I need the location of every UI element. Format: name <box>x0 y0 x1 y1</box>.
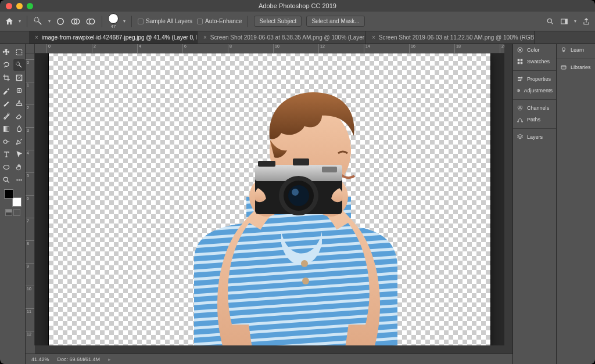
path-selection-tool-icon[interactable] <box>13 149 25 160</box>
edit-toolbar-icon[interactable] <box>13 174 25 186</box>
hand-tool-icon[interactable] <box>13 161 25 173</box>
eyedropper-tool-icon[interactable] <box>1 85 12 96</box>
zoom-level[interactable]: 41.42% <box>31 356 49 362</box>
document-tab[interactable]: ×Screen Shot 2019-06-03 at 11.22.50 AM.p… <box>366 31 535 44</box>
canvas[interactable] <box>35 53 504 345</box>
close-icon[interactable]: × <box>203 34 207 41</box>
gradient-tool-icon[interactable] <box>1 123 12 135</box>
panel-tab-layers[interactable]: Layers <box>513 131 556 143</box>
panel-tab-paths[interactable]: Paths <box>513 114 556 125</box>
options-bar: ▾ ▾ 47 ▾ Sample All Layers Auto-Enhance … <box>0 12 595 31</box>
move-tool-icon[interactable] <box>1 46 12 58</box>
lasso-tool-icon[interactable] <box>1 59 12 71</box>
panel-tab-properties[interactable]: Properties <box>513 73 556 85</box>
type-tool-icon[interactable] <box>1 149 12 160</box>
history-brush-tool-icon[interactable] <box>1 110 12 122</box>
auto-enhance-checkbox[interactable]: Auto-Enhance <box>197 18 242 24</box>
svg-point-16 <box>3 165 9 170</box>
spot-healing-tool-icon[interactable] <box>13 85 25 96</box>
svg-rect-42 <box>518 62 519 64</box>
subtract-from-selection-icon[interactable] <box>85 16 96 27</box>
brush-size-label: 47 <box>111 24 116 29</box>
document-tab[interactable]: ×image-from-rawpixel-id-424687-jpeg.jpg … <box>29 31 198 44</box>
svg-point-24 <box>302 277 309 284</box>
doc-size[interactable]: Doc: 69.6M/61.4M <box>58 356 101 362</box>
svg-point-5 <box>89 19 95 24</box>
svg-rect-43 <box>521 62 522 64</box>
close-icon[interactable]: × <box>35 34 38 41</box>
svg-rect-8 <box>565 19 567 23</box>
ellipse-tool-icon[interactable] <box>1 161 12 173</box>
workspace-icon[interactable] <box>560 17 568 26</box>
chevron-down-icon[interactable]: ▾ <box>48 19 51 24</box>
add-to-selection-icon[interactable] <box>70 16 81 27</box>
brush-preset-picker[interactable]: 47 <box>108 13 119 29</box>
pen-tool-icon[interactable] <box>13 136 25 147</box>
new-selection-icon[interactable] <box>55 16 66 27</box>
toolbox <box>0 44 26 364</box>
window-titlebar: Adobe Photoshop CC 2019 <box>0 0 595 12</box>
document-stage: 02468101214161820 012345678910111213 <box>26 44 512 364</box>
svg-point-20 <box>20 179 21 181</box>
marquee-tool-icon[interactable] <box>13 46 25 58</box>
panel-tab-learn[interactable]: Learn <box>557 44 595 56</box>
panel-tab-adjustments[interactable]: Adjustments <box>513 85 556 96</box>
blur-tool-icon[interactable] <box>13 123 25 135</box>
svg-rect-31 <box>258 161 275 167</box>
quick-selection-tool-icon[interactable] <box>13 59 25 71</box>
svg-point-37 <box>292 189 299 196</box>
svg-point-1 <box>58 18 64 24</box>
screen-mode-icon[interactable] <box>13 209 20 216</box>
vertical-ruler[interactable]: 012345678910111213 <box>26 53 35 345</box>
background-color-swatch[interactable] <box>12 197 21 207</box>
svg-point-36 <box>288 185 309 206</box>
zoom-tool-icon[interactable] <box>1 174 12 186</box>
chevron-down-icon[interactable]: ▾ <box>19 19 21 24</box>
select-subject-button[interactable]: Select Subject <box>254 16 302 27</box>
close-icon[interactable]: × <box>372 34 375 41</box>
svg-point-45 <box>520 80 521 81</box>
document-tab[interactable]: ×Screen Shot 2019-06-03 at 8.38.35 AM.pn… <box>198 31 366 44</box>
app-title: Adobe Photoshop CC 2019 <box>0 2 595 9</box>
chevron-down-icon[interactable]: ▾ <box>123 19 126 24</box>
status-bar: 41.42% Doc: 69.6M/61.4M ▸ <box>26 354 512 364</box>
foreground-color-swatch[interactable] <box>4 189 13 199</box>
brush-tool-icon[interactable] <box>1 98 12 109</box>
clone-stamp-tool-icon[interactable] <box>13 98 25 109</box>
dodge-tool-icon[interactable] <box>1 136 12 147</box>
frame-tool-icon[interactable] <box>13 72 25 84</box>
vertical-scrollbar[interactable] <box>504 53 512 345</box>
search-icon[interactable] <box>546 17 554 26</box>
panel-tab-color[interactable]: Color <box>513 44 556 56</box>
panel-tab-channels[interactable]: Channels <box>513 102 556 114</box>
quick-select-tool-icon[interactable] <box>33 16 44 27</box>
artboard[interactable] <box>49 53 490 345</box>
panel-tab-libraries[interactable]: Libraries <box>557 62 595 73</box>
svg-point-44 <box>521 77 522 78</box>
crop-tool-icon[interactable] <box>1 72 12 84</box>
svg-point-50 <box>518 121 519 122</box>
svg-point-52 <box>562 48 565 51</box>
svg-point-18 <box>16 179 17 181</box>
zoom-window-button[interactable] <box>27 3 33 9</box>
quick-mask-icon[interactable] <box>5 209 12 216</box>
eraser-tool-icon[interactable] <box>13 110 25 122</box>
svg-point-0 <box>34 17 39 22</box>
minimize-window-button[interactable] <box>16 3 23 9</box>
horizontal-scrollbar[interactable] <box>35 345 504 354</box>
svg-rect-33 <box>322 167 337 172</box>
chevron-down-icon[interactable]: ▾ <box>574 19 576 24</box>
ruler-origin[interactable] <box>26 44 35 53</box>
chevron-right-icon[interactable]: ▸ <box>108 356 111 362</box>
sample-all-layers-checkbox[interactable]: Sample All Layers <box>138 18 192 24</box>
panel-tab-swatches[interactable]: Swatches <box>513 56 556 67</box>
image-subject <box>49 53 490 345</box>
svg-point-23 <box>301 260 308 267</box>
foreground-background-colors[interactable] <box>4 189 21 207</box>
home-icon[interactable] <box>5 17 14 26</box>
svg-point-6 <box>547 19 551 23</box>
share-icon[interactable] <box>582 17 590 26</box>
horizontal-ruler[interactable]: 02468101214161820 <box>35 44 504 53</box>
select-and-mask-button[interactable]: Select and Mask... <box>306 16 364 27</box>
close-window-button[interactable] <box>6 3 12 9</box>
